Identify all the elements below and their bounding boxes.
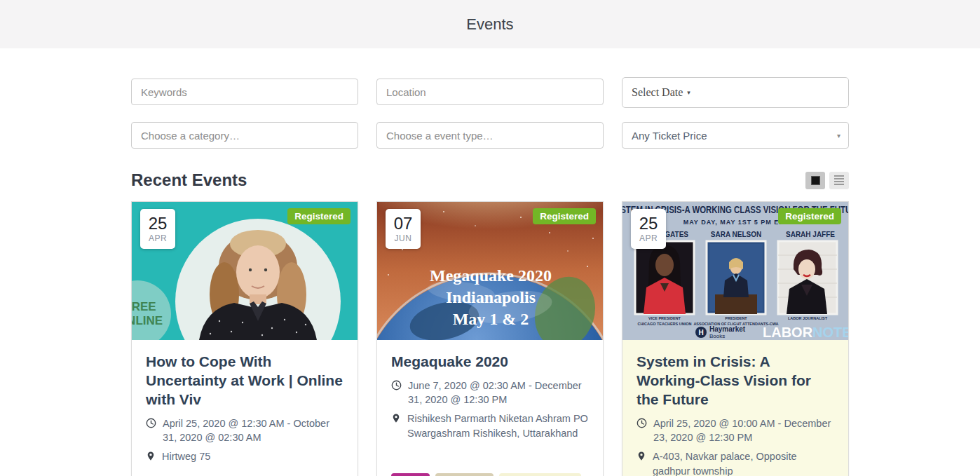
card-body: System in Crisis: A Working-Class Vision… <box>622 340 848 476</box>
event-location: A-403, Navkar palace, Opposite gadhpur t… <box>653 449 834 476</box>
ticket-price-value: Any Ticket Price <box>632 130 707 142</box>
chevron-down-icon: ▾ <box>687 89 690 96</box>
speaker-names: VIS GATES SARA NELSON SARAH JAFFE <box>651 231 835 238</box>
list-view-icon <box>834 175 844 185</box>
page-title: Events <box>466 15 513 34</box>
registered-badge: Registered <box>533 208 596 224</box>
svg-text:May 1 & 2: May 1 & 2 <box>453 310 529 328</box>
view-toggles <box>805 172 849 189</box>
event-type-input[interactable] <box>376 122 604 149</box>
svg-text:H: H <box>698 329 703 336</box>
card-body: Megaquake 2020 June 7, 2020 @ 02:30 AM -… <box>377 340 603 476</box>
select-date-dropdown[interactable]: Select Date ▾ <box>622 77 849 108</box>
svg-text:LABOR JOURNALIST: LABOR JOURNALIST <box>788 316 828 320</box>
event-datetime-row: April 25, 2020 @ 10:00 AM - December 23,… <box>637 416 834 445</box>
svg-text:Megaquake 2020: Megaquake 2020 <box>430 266 552 285</box>
clock-icon <box>391 380 402 390</box>
event-tags: Other Screening Seminar or Talk paid <box>391 461 589 476</box>
event-cards: FREE ONLINE 25 APR Registered How to Cop… <box>131 201 849 476</box>
event-title-link[interactable]: How to Cope With Uncertainty at Work | O… <box>146 353 343 409</box>
chevron-down-icon: ▾ <box>837 132 841 140</box>
date-day: 25 <box>149 215 168 232</box>
labornotes-logo: LABORNOTES <box>763 325 848 340</box>
date-day: 25 <box>639 215 658 232</box>
date-month: APR <box>639 233 658 243</box>
event-card: Megaquake 2020 Indianapolis May 1 & 2 07… <box>376 201 604 476</box>
event-title-link[interactable]: Megaquake 2020 <box>391 353 589 372</box>
event-card: FREE ONLINE 25 APR Registered How to Cop… <box>131 201 358 476</box>
date-month: APR <box>149 233 167 243</box>
clock-icon <box>637 418 647 428</box>
event-location: Hirtweg 75 <box>162 449 210 463</box>
location-input[interactable] <box>376 79 604 105</box>
event-image-link[interactable]: FREE ONLINE 25 APR Registered <box>132 202 358 340</box>
event-datetime-row: April 25, 2020 @ 12:30 AM - October 31, … <box>146 416 343 445</box>
tag[interactable]: Other <box>391 473 430 476</box>
date-badge: 25 APR <box>631 209 666 249</box>
date-badge: 25 APR <box>140 209 175 249</box>
page-header: Events <box>0 0 980 48</box>
date-day: 07 <box>394 215 413 232</box>
svg-text:ONLINE: ONLINE <box>132 314 163 327</box>
date-badge: 07 JUN <box>386 209 421 249</box>
map-pin-icon <box>146 451 156 461</box>
section-title: Recent Events <box>131 170 247 190</box>
tag[interactable]: Screening <box>435 473 494 476</box>
registered-badge: Registered <box>778 208 841 224</box>
event-datetime-row: June 7, 2020 @ 02:30 AM - December 31, 2… <box>391 379 589 407</box>
keywords-input[interactable] <box>131 79 358 105</box>
date-month: JUN <box>395 233 412 243</box>
list-view-button[interactable] <box>829 172 849 189</box>
main-container: Select Date ▾ Any Ticket Price ▾ Recent … <box>131 79 849 476</box>
event-location-row: A-403, Navkar palace, Opposite gadhpur t… <box>637 449 834 476</box>
map-pin-icon <box>391 413 401 423</box>
event-location: Rishikesh Parmarth Niketan Ashram PO Swa… <box>407 412 589 440</box>
card-body: How to Cope With Uncertainty at Work | O… <box>132 340 358 476</box>
map-pin-icon <box>637 451 646 461</box>
svg-text:CHICAGO TEACHERS UNION: CHICAGO TEACHERS UNION <box>637 322 691 326</box>
event-datetime: April 25, 2020 @ 12:30 AM - October 31, … <box>163 416 343 445</box>
event-filters: Select Date ▾ Any Ticket Price ▾ <box>131 79 849 149</box>
svg-text:VICE PRESIDENT: VICE PRESIDENT <box>648 316 681 320</box>
event-location-row: Hirtweg 75 <box>146 449 343 463</box>
svg-text:Books: Books <box>709 333 725 339</box>
speaker-photo <box>635 241 694 314</box>
event-image-link[interactable]: Megaquake 2020 Indianapolis May 1 & 2 07… <box>377 202 603 340</box>
registered-badge: Registered <box>287 208 351 224</box>
event-datetime: June 7, 2020 @ 02:30 AM - December 31, 2… <box>408 379 589 407</box>
svg-text:PRESIDENT: PRESIDENT <box>725 316 747 320</box>
section-head: Recent Events <box>131 170 849 190</box>
ticket-price-select[interactable]: Any Ticket Price ▾ <box>622 122 849 149</box>
speaker-photo <box>778 241 837 314</box>
event-card: SYSTEM IN CRISIS-A WORKING CLASS VISION … <box>622 201 849 476</box>
tag[interactable]: Seminar or Talk <box>499 473 581 476</box>
grid-view-button[interactable] <box>805 172 825 189</box>
svg-text:Indianapolis: Indianapolis <box>446 288 536 306</box>
grid-view-icon <box>811 176 820 185</box>
clock-icon <box>146 418 156 428</box>
svg-text:FREE: FREE <box>132 300 156 313</box>
category-input[interactable] <box>131 122 358 149</box>
speaker-photo <box>707 241 765 314</box>
select-date-label: Select Date <box>632 86 683 99</box>
poster-subtitle-text: MAY DAY, MAY 1ST 5 PM EDT <box>683 219 789 226</box>
svg-text:SARA NELSON: SARA NELSON <box>711 231 761 238</box>
svg-text:SARAH JAFFE: SARAH JAFFE <box>786 231 835 238</box>
event-datetime: April 25, 2020 @ 10:00 AM - December 23,… <box>653 416 834 445</box>
event-image-link[interactable]: SYSTEM IN CRISIS-A WORKING CLASS VISION … <box>622 202 848 340</box>
svg-text:Haymarket: Haymarket <box>709 325 746 333</box>
event-title-link[interactable]: System in Crisis: A Working-Class Vision… <box>637 353 834 409</box>
event-location-row: Rishikesh Parmarth Niketan Ashram PO Swa… <box>391 412 589 440</box>
